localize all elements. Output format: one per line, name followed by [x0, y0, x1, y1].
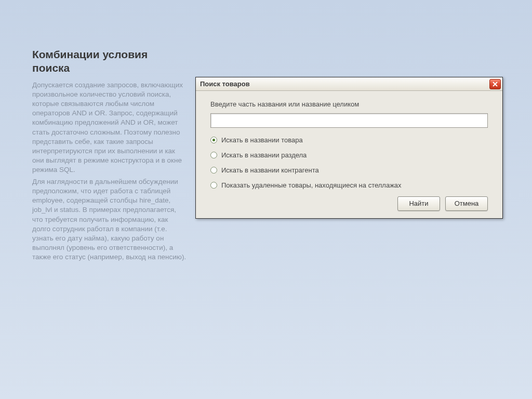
dialog-title: Поиск товаров [200, 80, 250, 88]
find-button[interactable]: Найти [397, 196, 440, 211]
dialog-body: Введите часть названия или название цели… [196, 91, 502, 218]
radio-icon [210, 167, 217, 174]
article-paragraph: Допускается создание запросов, включающи… [32, 81, 187, 175]
radio-icon [210, 137, 217, 143]
button-row: Найти Отмена [210, 196, 488, 211]
radio-option[interactable]: Искать в названии товара [210, 136, 488, 144]
cancel-button[interactable]: Отмена [445, 196, 488, 211]
article-paragraph: Для наглядности в дальнейшем обсуждении … [32, 177, 187, 262]
radio-icon [210, 182, 217, 189]
article-column: Комбинации условия поиска Допускается со… [32, 48, 187, 264]
search-dialog: Поиск товаров Введите часть названия или… [195, 77, 503, 219]
radio-label: Искать в названии контрагента [221, 166, 319, 174]
dialog-titlebar[interactable]: Поиск товаров [196, 77, 502, 91]
radio-option[interactable]: Искать в названии контрагента [210, 166, 488, 174]
close-icon [493, 82, 498, 87]
radio-option[interactable]: Показать удаленные товары, находящиеся н… [210, 181, 488, 189]
search-input[interactable] [210, 113, 488, 128]
article-heading: Комбинации условия поиска [32, 48, 187, 75]
radio-label: Искать в названии раздела [221, 151, 307, 159]
radio-icon [210, 152, 217, 158]
radio-label: Искать в названии товара [221, 136, 303, 144]
close-button[interactable] [489, 79, 501, 89]
radio-label: Показать удаленные товары, находящиеся н… [221, 181, 402, 189]
radio-group: Искать в названии товараИскать в названи… [210, 136, 488, 189]
input-prompt: Введите часть названия или название цели… [210, 100, 488, 108]
radio-option[interactable]: Искать в названии раздела [210, 151, 488, 159]
